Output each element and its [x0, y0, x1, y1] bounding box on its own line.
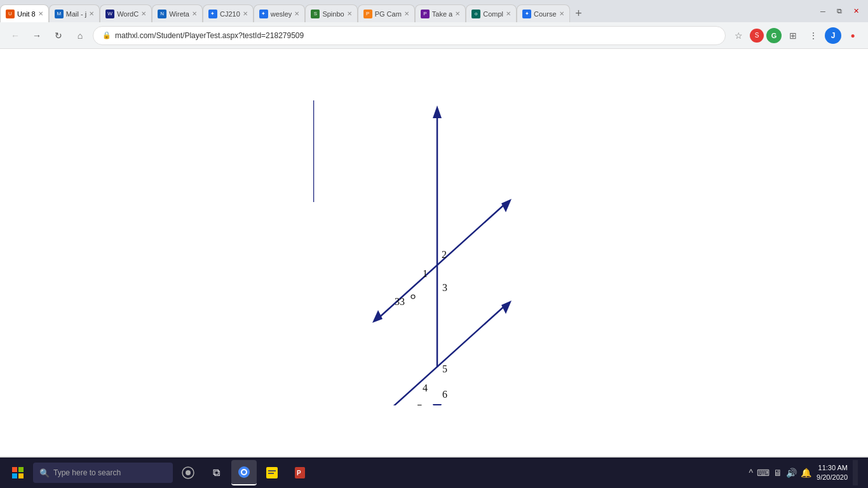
chevron-up-icon[interactable]: ^ [749, 468, 753, 478]
tab-favicon-word: W [105, 10, 114, 18]
tab-title-compl: Compl [483, 10, 503, 18]
tab-close-takea[interactable]: ✕ [455, 10, 460, 17]
tab-close-wireta[interactable]: ✕ [192, 10, 197, 17]
close-button[interactable]: ✕ [849, 4, 863, 18]
search-placeholder: Type here to search [53, 468, 121, 477]
svg-text:4: 4 [423, 383, 428, 393]
tab-favicon-cj210: ✦ [208, 10, 217, 18]
svg-text:2: 2 [442, 249, 447, 260]
svg-text:6: 6 [442, 389, 447, 400]
user-profile-icon[interactable]: J [825, 27, 841, 44]
restore-button[interactable]: ⧉ [832, 4, 846, 18]
tab-unit8[interactable]: U Unit 8 ✕ [0, 4, 49, 22]
tab-close-course[interactable]: ✕ [559, 10, 564, 17]
show-desktop-button[interactable] [853, 460, 858, 485]
svg-text:P: P [297, 470, 301, 477]
tab-close-cj210[interactable]: ✕ [243, 10, 248, 17]
home-button[interactable]: ⌂ [71, 27, 89, 44]
start-button[interactable] [5, 460, 31, 485]
tab-close-word[interactable]: ✕ [141, 10, 146, 17]
tab-title-takea: Take a [432, 10, 452, 18]
svg-rect-21 [18, 473, 24, 478]
title-bar: U Unit 8 ✕ M Mail - j ✕ W WordC ✕ N Wire… [0, 0, 868, 22]
tab-compl[interactable]: o Compl ✕ [466, 4, 517, 22]
forward-button[interactable]: → [28, 27, 46, 44]
taskbar: 🔍 Type here to search ⧉ [0, 458, 868, 488]
bookmark-icon[interactable]: ☆ [729, 27, 747, 44]
clock-time: 11:30 AM [817, 463, 848, 473]
tab-cj210[interactable]: ✦ CJ210 ✕ [203, 4, 254, 22]
back-button[interactable]: ← [6, 27, 24, 44]
tab-title-cj210: CJ210 [220, 10, 240, 18]
tab-wireta[interactable]: N Wireta ✕ [152, 4, 203, 22]
tab-course[interactable]: ✦ Course ✕ [517, 4, 569, 22]
tab-favicon-pgcam: P [363, 10, 372, 18]
tab-close-mail[interactable]: ✕ [89, 10, 94, 17]
tab-close-wesley[interactable]: ✕ [294, 10, 299, 17]
tab-mail[interactable]: M Mail - j ✕ [49, 4, 100, 22]
svg-rect-28 [268, 470, 276, 471]
tab-wesley[interactable]: ✦ wesley ✕ [254, 4, 306, 22]
window-controls: ─ ⧉ ✕ [811, 0, 868, 22]
clock-date: 9/20/2020 [817, 473, 848, 482]
tab-title-pgcam: PG Cam [375, 10, 402, 18]
svg-text:5: 5 [442, 363, 447, 374]
notification-icon[interactable]: 🔔 [801, 468, 811, 478]
task-view-button[interactable]: ⧉ [203, 460, 229, 485]
tab-favicon-wireta: N [158, 10, 166, 18]
svg-marker-8 [433, 404, 442, 405]
taskbar-chrome-icon[interactable] [231, 460, 257, 485]
settings-icon[interactable]: ⋮ [804, 27, 822, 44]
extensions-icon[interactable]: ⊞ [784, 27, 802, 44]
google-account-icon[interactable]: G [766, 28, 782, 43]
svg-point-23 [186, 470, 191, 475]
svg-marker-4 [501, 199, 512, 212]
tab-title-word: WordC [117, 10, 139, 18]
tab-takea[interactable]: P Take a ✕ [415, 4, 466, 22]
tab-title-course: Course [534, 10, 556, 18]
taskbar-right: ^ ⌨ 🖥 🔊 🔔 11:30 AM 9/20/2020 [749, 460, 863, 485]
minimize-button[interactable]: ─ [816, 4, 830, 18]
address-bar: ← → ↻ ⌂ 🔒 mathxl.com/Student/PlayerTest.… [0, 22, 868, 49]
svg-marker-7 [501, 301, 512, 314]
geometry-diagram: 1 2 3 33 4 5 6 7 [313, 100, 555, 405]
new-tab-button[interactable]: + [570, 4, 588, 22]
svg-rect-19 [18, 467, 24, 472]
volume-icon[interactable]: 🔊 [786, 468, 797, 478]
taskbar-powerpoint-icon[interactable]: P [287, 460, 313, 485]
taskbar-search[interactable]: 🔍 Type here to search [33, 463, 173, 483]
tab-word[interactable]: W WordC ✕ [100, 4, 152, 22]
system-clock[interactable]: 11:30 AM 9/20/2020 [817, 463, 848, 483]
svg-marker-5 [372, 310, 383, 323]
svg-point-26 [242, 470, 246, 474]
keyboard-icon[interactable]: ⌨ [757, 468, 770, 478]
tab-favicon-spinbo: S [311, 10, 320, 18]
reload-button[interactable]: ↻ [50, 27, 67, 44]
svg-point-13 [411, 295, 415, 299]
taskbar-stickynotes-icon[interactable] [259, 460, 285, 485]
cortana-button[interactable] [175, 460, 201, 485]
chrome-menu-icon[interactable]: ● [844, 27, 862, 44]
network-icon[interactable]: 🖥 [773, 468, 782, 478]
tab-spinbo[interactable]: S Spinbo ✕ [305, 4, 357, 22]
svg-rect-20 [12, 473, 17, 478]
svg-text:1: 1 [423, 268, 428, 279]
tab-close-spinbo[interactable]: ✕ [347, 10, 352, 17]
tab-title-wesley: wesley [271, 10, 292, 18]
tab-close-pgcam[interactable]: ✕ [404, 10, 409, 17]
tab-close-unit8[interactable]: ✕ [38, 10, 43, 17]
url-text: mathxl.com/Student/PlayerTest.aspx?testI… [115, 31, 716, 40]
tabs-container: U Unit 8 ✕ M Mail - j ✕ W WordC ✕ N Wire… [0, 0, 811, 22]
system-icons: ^ ⌨ 🖥 🔊 🔔 [749, 468, 811, 478]
tab-pgcam[interactable]: P PG Cam ✕ [358, 4, 415, 22]
tab-title-spinbo: Spinbo [322, 10, 344, 18]
tab-favicon-takea: P [421, 10, 430, 18]
browser-window: U Unit 8 ✕ M Mail - j ✕ W WordC ✕ N Wire… [0, 0, 868, 488]
url-bar[interactable]: 🔒 mathxl.com/Student/PlayerTest.aspx?tes… [93, 26, 726, 45]
adblock-icon[interactable]: S [750, 29, 764, 43]
tab-close-compl[interactable]: ✕ [506, 10, 511, 17]
svg-text:7: 7 [417, 403, 422, 405]
svg-text:3: 3 [442, 282, 447, 293]
lock-icon: 🔒 [102, 31, 111, 39]
svg-rect-18 [12, 467, 17, 472]
